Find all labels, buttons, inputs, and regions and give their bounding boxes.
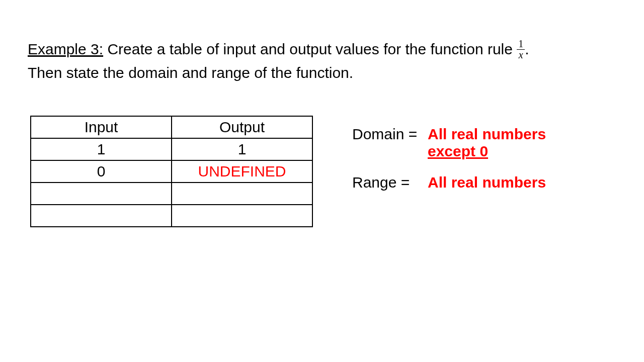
header-input: Input bbox=[31, 116, 172, 138]
fraction-one-over-x: 1x bbox=[517, 39, 525, 60]
range-value: All real numbers bbox=[428, 174, 546, 191]
slide: Example 3: Create a table of input and o… bbox=[0, 0, 644, 362]
table-row bbox=[31, 183, 312, 205]
range-row: Range = All real numbers bbox=[352, 174, 546, 191]
example-label: Example 3: bbox=[28, 41, 103, 57]
prompt-text-1: Create a table of input and output value… bbox=[103, 41, 517, 57]
cell-input: 1 bbox=[31, 138, 172, 160]
cell-output: UNDEFINED bbox=[172, 160, 312, 183]
domain-value-line1: All real numbers bbox=[428, 126, 546, 142]
cell-output bbox=[172, 183, 312, 205]
cell-output: 1 bbox=[172, 138, 312, 160]
problem-prompt: Example 3: Create a table of input and o… bbox=[28, 38, 611, 84]
domain-value-line2: except 0 bbox=[428, 143, 546, 160]
table-row: 1 1 bbox=[31, 138, 312, 160]
cell-input bbox=[31, 183, 172, 205]
prompt-period: . bbox=[525, 41, 529, 57]
prompt-text-2: Then state the domain and range of the f… bbox=[28, 64, 353, 81]
table-row: 0 UNDEFINED bbox=[31, 160, 312, 183]
domain-label: Domain = bbox=[352, 126, 428, 143]
answers-block: Domain = All real numbers except 0 Range… bbox=[352, 126, 546, 205]
cell-input: 0 bbox=[31, 160, 172, 183]
domain-value: All real numbers except 0 bbox=[428, 126, 546, 160]
table-row bbox=[31, 205, 312, 227]
table-header-row: Input Output bbox=[31, 116, 312, 138]
header-output: Output bbox=[172, 116, 312, 138]
range-label: Range = bbox=[352, 174, 428, 191]
fraction-denominator: x bbox=[517, 50, 525, 60]
io-table: Input Output 1 1 0 UNDEFINED bbox=[30, 116, 313, 227]
fraction-numerator: 1 bbox=[517, 39, 525, 50]
cell-input bbox=[31, 205, 172, 227]
domain-row: Domain = All real numbers except 0 bbox=[352, 126, 546, 160]
cell-output bbox=[172, 205, 312, 227]
